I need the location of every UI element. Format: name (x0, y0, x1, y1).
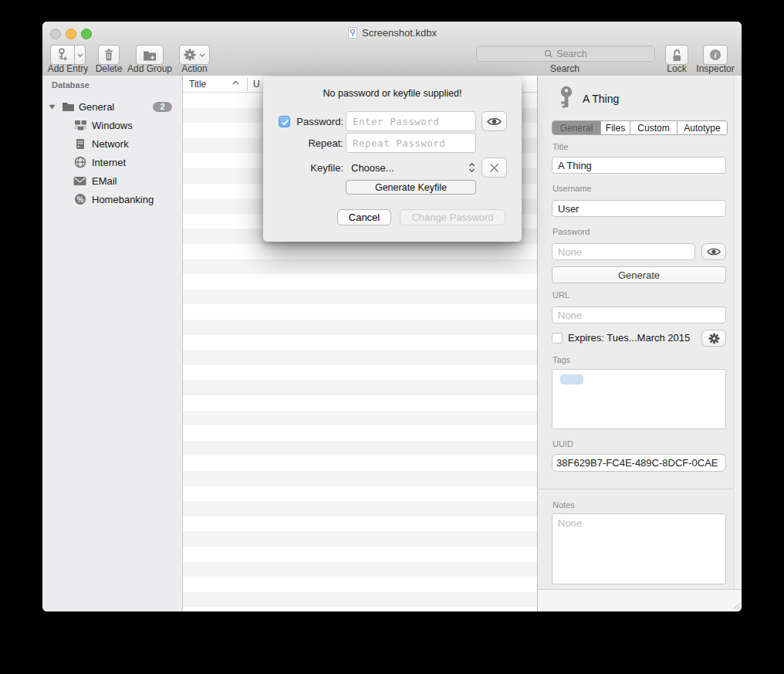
gear-icon (708, 333, 720, 344)
action-label: Action (181, 63, 207, 74)
info-icon: i (709, 49, 721, 61)
change-password-dialog: No password or keyfile supplied! Passwor… (263, 77, 522, 242)
sidebar-item-label: Network (92, 138, 129, 150)
notes-field[interactable] (552, 513, 726, 584)
generate-keyfile-button[interactable]: Generate Keyfile (346, 180, 476, 195)
folder-plus-icon (143, 49, 157, 61)
dialog-password-label: Password: (266, 116, 343, 127)
add-entry-dropdown[interactable] (74, 45, 86, 65)
sidebar-item-label: General (79, 101, 114, 113)
tab-files[interactable]: Files (601, 121, 630, 134)
inspector-label: Inspector (696, 63, 734, 74)
sidebar-item-internet[interactable]: Internet (42, 153, 183, 171)
keyfile-popup[interactable]: Choose... (351, 157, 476, 178)
window-title: Screenshot.kdbx (362, 27, 437, 39)
add-entry-button[interactable] (50, 45, 75, 65)
sort-ascending-icon (232, 80, 239, 85)
chevron-down-icon (77, 53, 83, 57)
screenshot-canvas: Screenshot.kdbx Add Entry Delete (0, 0, 784, 674)
app-window: Screenshot.kdbx Add Entry Delete (42, 22, 742, 611)
sidebar-item-label: Homebanking (92, 194, 154, 205)
keyfile-popup-value: Choose... (351, 162, 394, 174)
delete-label: Delete (96, 63, 123, 74)
chevron-down-icon (199, 53, 205, 57)
inspector-footer (538, 589, 742, 611)
stepper-icon (468, 162, 476, 173)
sidebar-item-general[interactable]: General 2 (42, 97, 183, 116)
title-field-label: Title (553, 142, 568, 151)
dialog-repeat-label: Repeat: (266, 137, 343, 149)
resize-grip[interactable] (732, 601, 741, 610)
add-group-label: Add Group (127, 63, 172, 74)
uuid-field-label: UUID (553, 439, 573, 449)
tab-general[interactable]: General (553, 121, 601, 134)
search-icon (544, 49, 553, 59)
dialog-repeat-input[interactable] (346, 133, 476, 153)
sidebar-item-email[interactable]: EMail (42, 171, 183, 190)
group-sidebar: Database General 2 Windows (42, 76, 183, 611)
reveal-password-button[interactable] (701, 243, 726, 260)
column-divider[interactable] (247, 77, 248, 91)
expires-checkbox[interactable] (552, 333, 563, 344)
dialog-keyfile-label: Keyfile: (266, 162, 343, 174)
url-field-label: URL (553, 290, 569, 300)
expires-label: Expires: Tues...March 2015 (568, 332, 690, 344)
username-field-label: Username (553, 184, 592, 193)
username-field[interactable] (552, 200, 726, 217)
key-icon (559, 86, 574, 110)
inspector-button[interactable]: i (703, 45, 728, 65)
gear-icon (184, 49, 196, 61)
inspector-scrollbar-track[interactable] (734, 76, 742, 589)
sidebar-item-homebanking[interactable]: % Homebanking (42, 190, 183, 208)
password-field[interactable] (552, 243, 695, 260)
uuid-field[interactable] (552, 454, 726, 472)
folder-icon (62, 101, 75, 112)
windows-group-icon (74, 120, 87, 131)
tags-field-label: Tags (553, 355, 570, 364)
search-input[interactable]: Search (476, 46, 655, 62)
entry-title: A Thing (583, 93, 619, 105)
password-field-label: Password (553, 227, 590, 236)
url-field[interactable] (552, 307, 726, 323)
eye-icon (707, 247, 721, 256)
lock-label: Lock (667, 63, 686, 74)
trash-icon (103, 49, 114, 61)
percent-circle-icon: % (74, 193, 86, 205)
search-placeholder: Search (556, 49, 587, 59)
column-header-username[interactable]: U (253, 79, 260, 90)
change-password-button[interactable]: Change Password (400, 209, 505, 225)
window-title-area: Screenshot.kdbx (42, 22, 742, 43)
sidebar-section-header: Database (52, 80, 90, 90)
dialog-message: No password or keyfile supplied! (263, 88, 522, 99)
tab-autotype[interactable]: Autotype (678, 121, 727, 134)
add-group-button[interactable] (136, 45, 164, 65)
tag-pill[interactable] (560, 374, 583, 384)
dialog-reveal-password-button[interactable] (482, 111, 507, 131)
sidebar-item-label: Windows (92, 120, 133, 131)
cancel-button[interactable]: Cancel (337, 209, 391, 225)
dialog-password-input[interactable] (346, 111, 476, 131)
window-chrome: Screenshot.kdbx Add Entry Delete (42, 22, 742, 76)
eye-icon (487, 117, 502, 127)
lock-button[interactable] (665, 45, 688, 65)
add-entry-label: Add Entry (48, 63, 89, 74)
title-field[interactable] (552, 157, 726, 174)
sidebar-item-network[interactable]: Network (42, 134, 183, 153)
tags-box[interactable] (552, 369, 726, 429)
sidebar-item-windows[interactable]: Windows (42, 116, 183, 134)
globe-icon (74, 156, 86, 168)
generate-password-button[interactable]: Generate (552, 266, 726, 283)
tab-custom[interactable]: Custom (630, 121, 678, 134)
expires-settings-button[interactable] (701, 330, 726, 347)
notes-field-label: Notes (553, 500, 575, 510)
sidebar-item-label: EMail (92, 175, 117, 187)
document-proxy-icon (347, 27, 358, 39)
key-plus-icon (56, 48, 69, 62)
delete-button[interactable] (98, 45, 120, 65)
notes-divider (538, 489, 742, 489)
action-button[interactable] (179, 45, 210, 65)
clear-keyfile-button[interactable] (482, 157, 507, 178)
disclosure-triangle-icon[interactable] (49, 104, 56, 110)
column-header-title[interactable]: Title (189, 79, 206, 90)
inspector-panel: A Thing General Files Custom Autotype Ti… (537, 76, 742, 611)
